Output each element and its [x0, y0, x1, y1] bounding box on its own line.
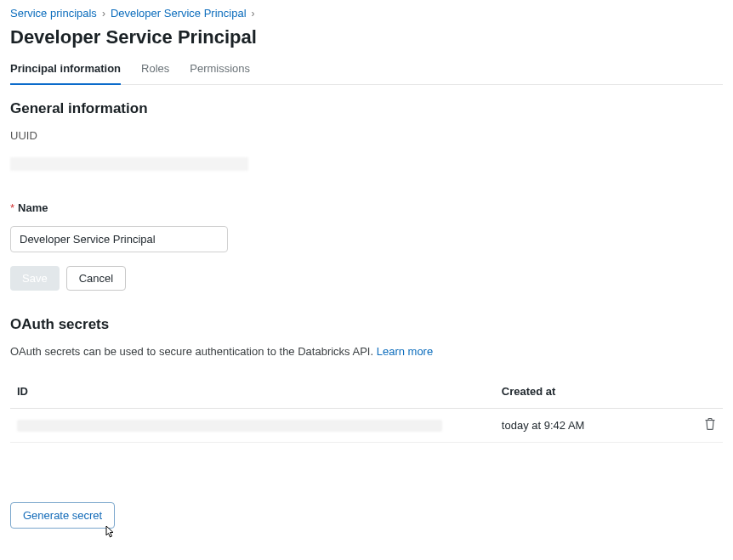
trash-icon[interactable]	[704, 417, 716, 431]
secrets-table: ID Created at today at 9:42 AM	[10, 375, 723, 443]
general-info-title: General information	[10, 100, 723, 117]
tab-permissions[interactable]: Permissions	[190, 57, 250, 85]
tab-principal-information[interactable]: Principal information	[10, 57, 121, 85]
name-label: Name	[18, 201, 48, 214]
oauth-secrets-description: OAuth secrets can be used to secure auth…	[10, 345, 723, 358]
breadcrumb-root-link[interactable]: Service principals	[10, 7, 97, 20]
col-id: ID	[10, 375, 495, 409]
generate-secret-button[interactable]: Generate secret	[10, 502, 115, 529]
chevron-right-icon: ›	[102, 8, 105, 20]
tabs: Principal information Roles Permissions	[10, 57, 723, 85]
col-created-at: Created at	[495, 375, 687, 409]
tab-roles[interactable]: Roles	[141, 57, 169, 85]
secret-id-redacted	[17, 420, 442, 432]
name-input[interactable]	[10, 226, 228, 252]
chevron-right-icon: ›	[252, 8, 255, 20]
required-asterisk: *	[10, 201, 14, 214]
table-row: today at 9:42 AM	[10, 409, 723, 443]
oauth-secrets-title: OAuth secrets	[10, 316, 723, 333]
save-button[interactable]: Save	[10, 266, 60, 291]
page-title: Developer Service Principal	[10, 26, 723, 48]
uuid-label: UUID	[10, 129, 723, 142]
cancel-button[interactable]: Cancel	[66, 266, 126, 291]
breadcrumb: Service principals › Developer Service P…	[10, 7, 723, 20]
uuid-value-redacted	[10, 157, 248, 171]
created-at-value: today at 9:42 AM	[495, 409, 687, 443]
learn-more-link[interactable]: Learn more	[377, 345, 433, 358]
breadcrumb-current-link[interactable]: Developer Service Principal	[111, 7, 247, 20]
